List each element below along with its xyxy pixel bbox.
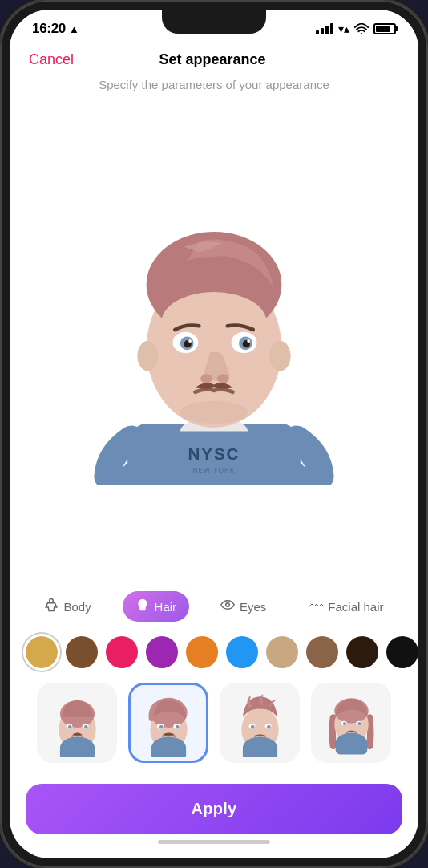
svg-rect-47 [242, 744, 277, 756]
svg-point-22 [217, 374, 229, 383]
home-indicator [158, 840, 270, 844]
style-option-4[interactable] [311, 683, 391, 763]
svg-point-44 [250, 724, 254, 728]
color-swatches [10, 630, 418, 675]
wifi-icon: ▾▴ [338, 22, 349, 35]
color-swatch-light-brown[interactable] [266, 636, 298, 668]
svg-point-20 [247, 339, 250, 343]
tab-hair-label: Hair [155, 600, 177, 614]
nav-title: Set appearance [159, 51, 265, 68]
status-time: 16:20 [32, 21, 66, 37]
svg-point-9 [137, 341, 158, 371]
svg-point-38 [176, 724, 180, 728]
color-swatch-purple[interactable] [146, 636, 178, 668]
style-option-1[interactable] [37, 683, 117, 763]
signal-bars [316, 23, 333, 34]
avatar-area: NYSC NEW YORK [10, 99, 418, 582]
color-swatch-orange[interactable] [186, 636, 218, 668]
apply-button[interactable]: Apply [26, 784, 402, 834]
svg-text:NEW YORK: NEW YORK [192, 466, 235, 474]
color-swatch-medium-brown[interactable] [306, 636, 338, 668]
svg-point-45 [267, 724, 271, 728]
svg-point-10 [269, 341, 290, 371]
svg-point-0 [361, 33, 362, 34]
svg-point-37 [159, 724, 163, 728]
status-icons: ▾▴ [316, 22, 396, 35]
style-option-2[interactable] [128, 683, 208, 763]
svg-point-30 [84, 724, 88, 728]
color-swatch-black[interactable] [386, 636, 418, 668]
svg-point-23 [180, 401, 248, 424]
tab-facial-hair[interactable]: 〰 Facial hair [297, 593, 396, 620]
tab-eyes[interactable]: Eyes [208, 591, 279, 622]
apply-section: Apply [10, 771, 418, 858]
category-tabs: Body Hair Eyes [10, 582, 418, 630]
color-swatch-dark[interactable] [346, 636, 378, 668]
eyes-icon [220, 598, 235, 615]
svg-rect-40 [151, 744, 185, 756]
color-swatch-blue[interactable] [226, 636, 258, 668]
body-icon [44, 598, 59, 615]
tab-body-label: Body [63, 600, 91, 614]
svg-text:NYSC: NYSC [188, 444, 240, 463]
nav-bar: Cancel Set appearance [10, 42, 418, 75]
tab-hair[interactable]: Hair [123, 591, 190, 622]
svg-point-19 [188, 339, 192, 343]
tab-body[interactable]: Body [31, 591, 103, 622]
svg-rect-55 [335, 740, 367, 754]
color-swatch-pink[interactable] [106, 636, 138, 668]
subtitle: Specify the parameters of your appearanc… [10, 75, 418, 99]
avatar-svg: NYSC NEW YORK [94, 197, 334, 485]
svg-point-52 [342, 722, 345, 725]
svg-rect-32 [59, 744, 94, 756]
svg-point-53 [357, 722, 361, 725]
location-icon: ▲ [69, 23, 79, 35]
phone-frame: 16:20 ▲ ▾▴ [0, 0, 428, 868]
color-swatch-brown[interactable] [66, 636, 98, 668]
svg-point-24 [226, 603, 230, 607]
svg-point-21 [200, 374, 212, 383]
tab-eyes-label: Eyes [240, 600, 266, 614]
color-swatch-blonde[interactable] [26, 636, 58, 668]
battery-fill [376, 26, 390, 32]
battery-icon [373, 23, 396, 34]
facial-hair-icon: 〰 [310, 599, 323, 614]
wifi-symbol [354, 23, 369, 34]
style-options [10, 675, 418, 771]
svg-point-29 [67, 724, 71, 728]
notch [162, 10, 266, 34]
phone-screen: 16:20 ▲ ▾▴ [10, 10, 418, 858]
cancel-button[interactable]: Cancel [29, 51, 74, 68]
hair-icon [135, 598, 150, 615]
style-option-3[interactable] [220, 683, 300, 763]
tab-facial-hair-label: Facial hair [328, 600, 383, 614]
